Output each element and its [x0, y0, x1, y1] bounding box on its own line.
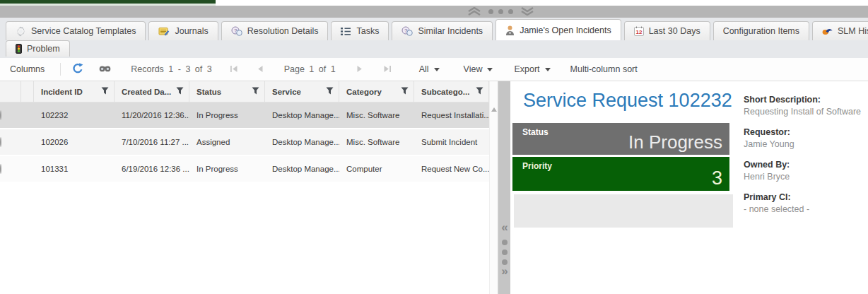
gear-icon — [16, 26, 26, 37]
cell-service: Desktop Manage... — [265, 138, 339, 146]
scroll-up-icon[interactable] — [491, 107, 497, 112]
cell-subcategory: Request Installati... — [414, 111, 489, 119]
row-radio-selected[interactable] — [0, 110, 1, 120]
field-value: Henri Bryce — [744, 171, 868, 183]
tab-label: Configuration Items — [723, 26, 799, 36]
priority-banner: Priority 3 — [512, 157, 729, 191]
status-banner: Status In Progress — [512, 123, 729, 155]
field-owned-by: Owned By: Henri Bryce — [744, 159, 868, 183]
column-header-status[interactable]: Status — [189, 81, 265, 102]
expand-down-icon[interactable] — [520, 6, 535, 18]
tab-label: Tasks — [356, 26, 379, 36]
filter-icon[interactable] — [101, 87, 109, 96]
find-button[interactable] — [99, 64, 111, 75]
columns-button[interactable]: Columns — [10, 64, 45, 74]
next-page-button[interactable] — [357, 64, 363, 74]
refresh-icon — [72, 63, 83, 76]
next-page-icon — [357, 64, 363, 74]
grid-vertical-scrollbar[interactable] — [489, 81, 498, 294]
column-header-created-date[interactable]: Created Da... — [115, 81, 189, 102]
column-header-incident-id[interactable]: Incident ID — [34, 81, 115, 102]
last-page-icon — [384, 64, 391, 74]
filter-icon[interactable] — [326, 87, 334, 96]
tab-label: Similar Incidents — [418, 26, 483, 36]
cell-service: Desktop Manage... — [265, 111, 339, 119]
columns-label: Columns — [10, 64, 45, 74]
filter-icon[interactable] — [401, 87, 409, 96]
tab-resolution-details[interactable]: ? Resolution Details — [221, 21, 329, 40]
caret-down-icon — [545, 68, 551, 71]
prev-page-icon — [257, 64, 263, 74]
tab-service-catalog-templates[interactable]: Service Catalog Templates — [6, 21, 146, 40]
caret-down-icon — [487, 68, 493, 71]
column-label: Service — [272, 88, 301, 96]
field-value: - none selected - — [744, 204, 868, 216]
cell-created-date: 6/19/2016 12:36 ... — [115, 165, 189, 173]
tab-slm-history[interactable]: SLM History — [812, 21, 868, 40]
multi-column-sort-button[interactable]: Multi-column sort — [570, 64, 638, 74]
refresh-button[interactable] — [72, 63, 83, 76]
collapse-left-icon[interactable]: « — [498, 223, 511, 233]
column-label: Subcatego... — [421, 88, 469, 96]
cell-subcategory: Request New Co... — [414, 165, 489, 173]
cell-status: In Progress — [189, 111, 265, 119]
tab-jamies-open-incidents[interactable]: Jamie's Open Incidents — [495, 19, 621, 40]
table-row[interactable]: 101331 6/19/2016 12:36 ... In Progress D… — [0, 156, 489, 183]
tab-configuration-items[interactable]: Configuration Items — [713, 21, 809, 40]
expand-right-icon[interactable]: » — [498, 266, 511, 276]
vertical-splitter[interactable]: « » — [498, 81, 510, 294]
filter-icon[interactable] — [476, 87, 483, 96]
row-radio[interactable] — [0, 137, 1, 147]
column-label: Created Da... — [122, 88, 171, 96]
grid-header-row: Incident ID Created Da... Status Service… — [0, 81, 489, 102]
view-dropdown[interactable]: View — [464, 64, 493, 74]
page-indicator: Page 1 of 1 — [284, 64, 336, 74]
view-label: View — [464, 64, 483, 74]
filter-icon[interactable] — [252, 87, 259, 96]
cell-category: Computer — [339, 165, 414, 173]
first-page-button[interactable] — [230, 64, 237, 74]
export-dropdown[interactable]: Export — [514, 64, 550, 74]
cell-created-date: 11/20/2016 12:36... — [115, 111, 189, 119]
row-radio[interactable] — [0, 164, 1, 174]
status-banner-value: In Progress — [628, 131, 722, 153]
splitter-grip-dots[interactable] — [498, 240, 511, 265]
tab-label: Jamie's Open Incidents — [520, 25, 611, 35]
svg-text:12: 12 — [635, 29, 642, 35]
field-value: Jamie Young — [744, 139, 868, 151]
cell-status: In Progress — [189, 165, 265, 173]
tab-journals[interactable]: Journals — [148, 21, 218, 40]
cell-subcategory: Submit Incident — [414, 138, 489, 146]
empty-banner — [514, 194, 733, 228]
multi-column-sort-label: Multi-column sort — [570, 64, 638, 74]
filter-icon[interactable] — [176, 87, 184, 96]
tab-similar-incidents[interactable]: ? Similar Incidents — [392, 21, 493, 40]
radio-column-header — [0, 81, 21, 102]
column-header-service[interactable]: Service — [265, 81, 339, 102]
prev-page-button[interactable] — [257, 64, 263, 74]
traffic-light-icon — [16, 44, 22, 54]
table-row[interactable]: 102232 11/20/2016 12:36... In Progress D… — [0, 102, 489, 129]
calendar-icon: 12 — [634, 26, 644, 36]
record-filter-dropdown[interactable]: All — [419, 64, 440, 74]
last-page-button[interactable] — [384, 64, 391, 74]
field-label: Primary CI: — [744, 192, 868, 204]
horizontal-splitter[interactable] — [0, 6, 868, 18]
tab-tasks[interactable]: Tasks — [331, 21, 389, 40]
column-header-category[interactable]: Category — [339, 81, 414, 102]
splitter-grip-dots[interactable] — [488, 9, 513, 14]
tab-label: Service Catalog Templates — [31, 26, 136, 36]
slm-history-icon — [822, 27, 833, 35]
tab-last-30-days[interactable]: 12 Last 30 Days — [624, 21, 710, 40]
cell-service: Desktop Manage... — [265, 165, 339, 173]
tab-problem[interactable]: Problem — [6, 40, 70, 57]
spacer-column-header — [21, 81, 34, 102]
table-row[interactable]: 102026 7/10/2016 11:27 ... Assigned Desk… — [0, 129, 489, 156]
splitter-handle[interactable] — [467, 6, 535, 18]
column-header-subcategory[interactable]: Subcatego... — [414, 81, 489, 102]
balloons-icon: ? — [231, 26, 242, 36]
record-summary-fields: Short Description: Requesting Install of… — [744, 94, 868, 224]
collapse-up-icon[interactable] — [467, 6, 482, 18]
export-label: Export — [514, 64, 539, 74]
main-area: Incident ID Created Da... Status Service… — [0, 81, 868, 294]
